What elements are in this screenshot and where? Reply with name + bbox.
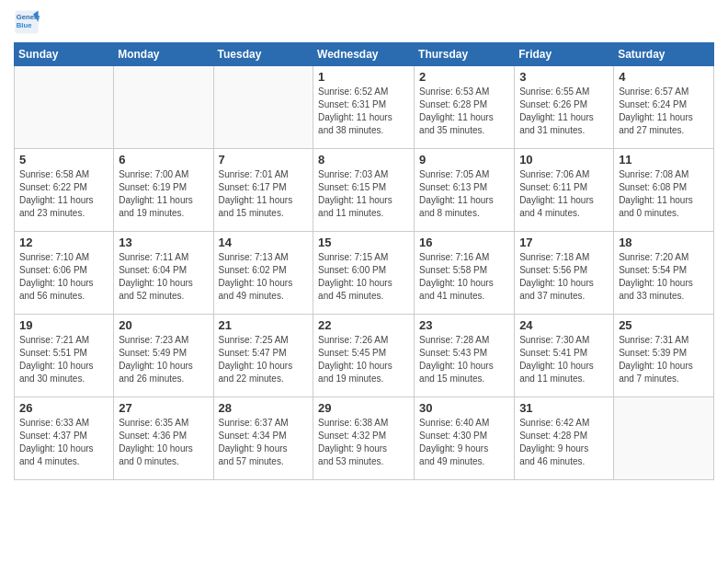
day-number: 25 [619,318,709,332]
calendar-cell: 23Sunrise: 7:28 AM Sunset: 5:43 PM Dayli… [415,315,515,397]
calendar-cell [114,66,213,149]
day-number: 10 [519,153,609,167]
calendar-week-1: 1Sunrise: 6:52 AM Sunset: 6:31 PM Daylig… [15,66,714,149]
day-number: 26 [19,401,108,415]
calendar-cell: 1Sunrise: 6:52 AM Sunset: 6:31 PM Daylig… [313,66,415,149]
day-number: 11 [619,153,709,167]
day-info: Sunrise: 7:21 AM Sunset: 5:51 PM Dayligh… [19,334,108,385]
day-info: Sunrise: 6:55 AM Sunset: 6:26 PM Dayligh… [519,86,609,137]
calendar-cell: 24Sunrise: 7:30 AM Sunset: 5:41 PM Dayli… [515,315,614,397]
calendar-cell: 31Sunrise: 6:42 AM Sunset: 4:28 PM Dayli… [515,397,614,480]
day-info: Sunrise: 7:28 AM Sunset: 5:43 PM Dayligh… [419,334,509,385]
day-number: 28 [219,401,309,415]
header: General Blue [14,9,714,35]
day-number: 16 [419,236,509,249]
calendar-week-3: 12Sunrise: 7:10 AM Sunset: 6:06 PM Dayli… [15,232,714,315]
day-info: Sunrise: 7:18 AM Sunset: 5:56 PM Dayligh… [519,251,609,303]
day-info: Sunrise: 7:10 AM Sunset: 6:06 PM Dayligh… [19,251,108,303]
calendar-table: SundayMondayTuesdayWednesdayThursdayFrid… [14,42,714,480]
day-info: Sunrise: 7:20 AM Sunset: 5:54 PM Dayligh… [619,251,709,303]
weekday-wednesday: Wednesday [313,43,415,66]
day-info: Sunrise: 6:52 AM Sunset: 6:31 PM Dayligh… [318,86,409,137]
calendar-cell: 18Sunrise: 7:20 AM Sunset: 5:54 PM Dayli… [614,232,714,315]
logo-icon: General Blue [14,9,40,35]
day-info: Sunrise: 6:38 AM Sunset: 4:32 PM Dayligh… [318,417,409,468]
calendar-cell: 30Sunrise: 6:40 AM Sunset: 4:30 PM Dayli… [415,397,515,480]
calendar-cell: 3Sunrise: 6:55 AM Sunset: 6:26 PM Daylig… [515,66,614,149]
day-number: 2 [419,70,509,84]
day-info: Sunrise: 7:23 AM Sunset: 5:49 PM Dayligh… [119,334,208,385]
calendar-cell: 15Sunrise: 7:15 AM Sunset: 6:00 PM Dayli… [313,232,415,315]
day-number: 3 [519,70,609,84]
day-info: Sunrise: 6:57 AM Sunset: 6:24 PM Dayligh… [619,86,709,137]
calendar-cell: 9Sunrise: 7:05 AM Sunset: 6:13 PM Daylig… [415,149,515,232]
day-info: Sunrise: 7:31 AM Sunset: 5:39 PM Dayligh… [619,334,709,385]
weekday-monday: Monday [114,43,213,66]
day-number: 24 [519,318,609,332]
day-number: 15 [318,236,409,249]
weekday-header-row: SundayMondayTuesdayWednesdayThursdayFrid… [15,43,714,66]
day-info: Sunrise: 7:05 AM Sunset: 6:13 PM Dayligh… [419,168,509,220]
calendar-cell: 4Sunrise: 6:57 AM Sunset: 6:24 PM Daylig… [614,66,714,149]
day-number: 9 [419,153,509,167]
calendar-cell: 6Sunrise: 7:00 AM Sunset: 6:19 PM Daylig… [114,149,213,232]
day-number: 18 [619,236,709,249]
day-number: 19 [19,318,108,332]
day-number: 29 [318,401,409,415]
calendar-cell [614,397,714,480]
calendar-cell: 28Sunrise: 6:37 AM Sunset: 4:34 PM Dayli… [213,397,313,480]
calendar-cell: 17Sunrise: 7:18 AM Sunset: 5:56 PM Dayli… [515,232,614,315]
day-info: Sunrise: 7:13 AM Sunset: 6:02 PM Dayligh… [219,251,309,303]
day-number: 6 [119,153,208,167]
weekday-friday: Friday [515,43,614,66]
calendar-cell: 14Sunrise: 7:13 AM Sunset: 6:02 PM Dayli… [213,232,313,315]
day-number: 14 [219,236,309,249]
calendar-cell: 27Sunrise: 6:35 AM Sunset: 4:36 PM Dayli… [114,397,213,480]
day-number: 22 [318,318,409,332]
calendar-cell: 25Sunrise: 7:31 AM Sunset: 5:39 PM Dayli… [614,315,714,397]
calendar-cell: 26Sunrise: 6:33 AM Sunset: 4:37 PM Dayli… [15,397,114,480]
day-info: Sunrise: 7:11 AM Sunset: 6:04 PM Dayligh… [119,251,208,303]
day-number: 27 [119,401,208,415]
day-number: 31 [519,401,609,415]
day-number: 8 [318,153,409,167]
svg-text:Blue: Blue [17,21,32,29]
weekday-sunday: Sunday [15,43,114,66]
calendar-cell: 8Sunrise: 7:03 AM Sunset: 6:15 PM Daylig… [313,149,415,232]
day-info: Sunrise: 7:25 AM Sunset: 5:47 PM Dayligh… [219,334,309,385]
calendar-cell [15,66,114,149]
day-info: Sunrise: 7:00 AM Sunset: 6:19 PM Dayligh… [119,168,208,220]
calendar-cell: 11Sunrise: 7:08 AM Sunset: 6:08 PM Dayli… [614,149,714,232]
calendar-week-5: 26Sunrise: 6:33 AM Sunset: 4:37 PM Dayli… [15,397,714,480]
day-info: Sunrise: 6:42 AM Sunset: 4:28 PM Dayligh… [519,417,609,468]
day-number: 17 [519,236,609,249]
day-info: Sunrise: 7:01 AM Sunset: 6:17 PM Dayligh… [219,168,309,220]
calendar-cell: 19Sunrise: 7:21 AM Sunset: 5:51 PM Dayli… [15,315,114,397]
day-number: 5 [19,153,108,167]
calendar-cell: 16Sunrise: 7:16 AM Sunset: 5:58 PM Dayli… [415,232,515,315]
page-container: General Blue SundayMondayTuesdayWednesda… [14,9,714,480]
day-info: Sunrise: 7:08 AM Sunset: 6:08 PM Dayligh… [619,168,709,220]
calendar-week-4: 19Sunrise: 7:21 AM Sunset: 5:51 PM Dayli… [15,315,714,397]
day-info: Sunrise: 7:16 AM Sunset: 5:58 PM Dayligh… [419,251,509,303]
day-info: Sunrise: 6:40 AM Sunset: 4:30 PM Dayligh… [419,417,509,468]
day-number: 20 [119,318,208,332]
day-number: 21 [219,318,309,332]
day-info: Sunrise: 7:30 AM Sunset: 5:41 PM Dayligh… [519,334,609,385]
calendar-cell: 13Sunrise: 7:11 AM Sunset: 6:04 PM Dayli… [114,232,213,315]
day-info: Sunrise: 6:33 AM Sunset: 4:37 PM Dayligh… [19,417,108,468]
day-info: Sunrise: 7:26 AM Sunset: 5:45 PM Dayligh… [318,334,409,385]
day-number: 12 [19,236,108,249]
calendar-cell: 29Sunrise: 6:38 AM Sunset: 4:32 PM Dayli… [313,397,415,480]
calendar-cell: 2Sunrise: 6:53 AM Sunset: 6:28 PM Daylig… [415,66,515,149]
calendar-week-2: 5Sunrise: 6:58 AM Sunset: 6:22 PM Daylig… [15,149,714,232]
calendar-cell [213,66,313,149]
day-info: Sunrise: 6:37 AM Sunset: 4:34 PM Dayligh… [219,417,309,468]
calendar-cell: 7Sunrise: 7:01 AM Sunset: 6:17 PM Daylig… [213,149,313,232]
calendar-cell: 12Sunrise: 7:10 AM Sunset: 6:06 PM Dayli… [15,232,114,315]
day-info: Sunrise: 7:06 AM Sunset: 6:11 PM Dayligh… [519,168,609,220]
calendar-cell: 20Sunrise: 7:23 AM Sunset: 5:49 PM Dayli… [114,315,213,397]
day-number: 4 [619,70,709,84]
calendar-cell: 22Sunrise: 7:26 AM Sunset: 5:45 PM Dayli… [313,315,415,397]
day-number: 7 [219,153,309,167]
